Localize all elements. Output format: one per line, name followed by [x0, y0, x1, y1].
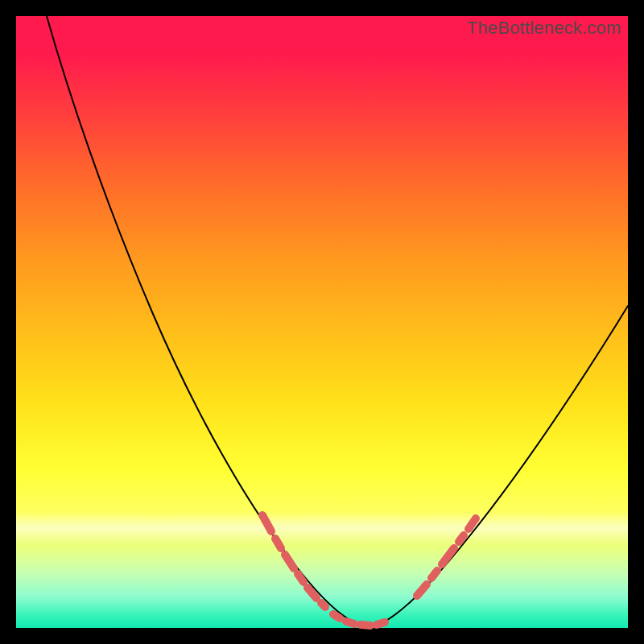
bottleneck-curve	[16, 16, 628, 628]
trough-dash-group	[333, 614, 385, 625]
right-dash-group	[417, 518, 476, 596]
curve-left-limb	[47, 16, 353, 621]
left-dash-group	[262, 515, 325, 607]
chart-frame: TheBottleneck.com	[16, 16, 628, 628]
curve-right-limb	[380, 306, 628, 624]
